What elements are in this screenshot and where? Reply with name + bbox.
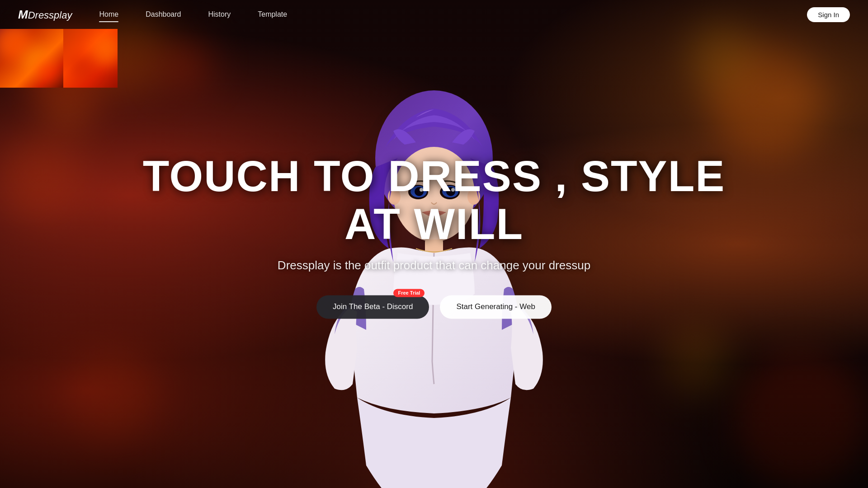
discord-button-label: Join The Beta - Discord (333, 303, 413, 311)
navigation: MDressplay Home Dashboard History Templa… (0, 0, 868, 29)
thumb-bokeh-3 (36, 61, 59, 83)
nav-dashboard[interactable]: Dashboard (146, 10, 181, 19)
free-trial-badge: Free Trial (393, 289, 425, 297)
hero-content: TOUCH TO DRESS , STYLE AT WILL Dressplay… (118, 152, 750, 319)
thumb-bokeh-4 (90, 33, 118, 65)
nav-history[interactable]: History (208, 10, 231, 19)
logo[interactable]: MDressplay (18, 8, 72, 22)
thumbnail-left (0, 29, 63, 88)
web-button[interactable]: Start Generating - Web (440, 296, 552, 319)
thumb-bokeh-5 (68, 54, 93, 79)
nav-home[interactable]: Home (99, 10, 118, 19)
discord-button[interactable]: Free Trial Join The Beta - Discord (316, 296, 429, 319)
thumbnail-right (63, 29, 118, 88)
signin-button[interactable]: Sign In (807, 7, 850, 22)
thumbnail-container (0, 29, 118, 88)
hero-subtitle: Dressplay is the outfit product that can… (118, 259, 750, 273)
nav-template[interactable]: Template (258, 10, 287, 19)
hero-title: TOUCH TO DRESS , STYLE AT WILL (118, 152, 750, 248)
logo-text: MDressplay (18, 8, 72, 22)
hero-buttons: Free Trial Join The Beta - Discord Start… (118, 296, 750, 319)
nav-links: Home Dashboard History Template (99, 10, 807, 19)
